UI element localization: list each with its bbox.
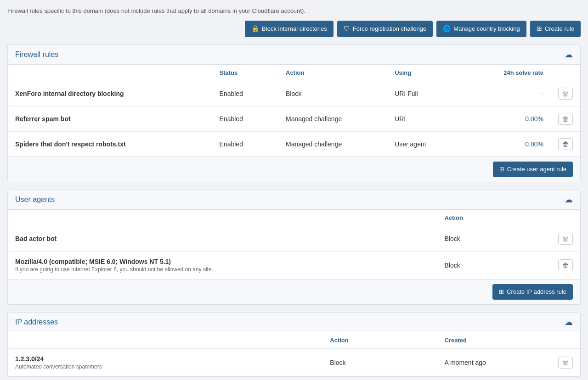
col-action-header: Action: [278, 65, 387, 81]
ua-delete-button[interactable]: 🗑: [558, 259, 573, 271]
ua-rule-action: Block: [437, 226, 540, 251]
ip-addresses-card: IP addresses ☁ Action Created 1.2.3.0/24…: [7, 312, 581, 377]
user-agents-header: User agents ☁: [8, 190, 580, 210]
firewall-rule-using: URI Full: [387, 81, 495, 106]
plus-icon: ⊞: [537, 24, 542, 34]
col-ip-action-header: Action: [322, 332, 437, 349]
firewall-rule-name: Spiders that don't respect robots.txt: [15, 140, 126, 148]
ip-addresses-header: IP addresses ☁: [8, 313, 580, 332]
ua-rule-row: Mozilla/4.0 (compatible; MSIE 6.0; Windo…: [8, 251, 580, 279]
col-ip-name-header: [8, 332, 322, 349]
ip-addresses-title: IP addresses: [15, 318, 58, 326]
create-user-agent-rule-label: Create user agent rule: [507, 165, 566, 173]
toolbar: 🔒 Block internal directories 🛡 Force reg…: [7, 21, 581, 37]
ip-rule-created: A moment ago: [437, 348, 540, 376]
ip-rule-row: 1.2.3.0/24 Automated conversation spamme…: [8, 348, 580, 376]
firewall-rule-action: Block: [278, 81, 387, 106]
force-registration-button[interactable]: 🛡 Force registration challenge: [337, 21, 433, 37]
block-internal-button[interactable]: 🔒 Block internal directories: [245, 21, 334, 37]
ua-delete-button[interactable]: 🗑: [558, 233, 573, 245]
globe-icon: 🌐: [443, 24, 451, 34]
plus-icon-ua: ⊞: [499, 165, 504, 173]
firewall-rule-action: Managed challenge: [278, 106, 387, 131]
ua-rule-name: Mozilla/4.0 (compatible; MSIE 6.0; Windo…: [15, 258, 171, 265]
firewall-rule-status: Enabled: [212, 81, 278, 106]
col-using-header: Using: [387, 65, 495, 81]
firewall-rule-using: URI: [387, 106, 495, 131]
firewall-cloud-icon: ☁: [565, 50, 573, 60]
user-agents-card: User agents ☁ Action Bad actor bot Block…: [7, 190, 581, 305]
firewall-delete-button[interactable]: 🗑: [558, 113, 573, 125]
ip-cloud-icon: ☁: [565, 317, 573, 327]
col-name-header: [8, 65, 212, 81]
col-rate-header: 24h solve rate: [495, 65, 551, 81]
user-agents-title: User agents: [15, 196, 55, 204]
user-agents-table: Action Bad actor bot Block 🗑 Mozilla/4.0…: [8, 210, 580, 279]
ua-rule-sub: If you are going to use Internet Explore…: [15, 266, 430, 273]
firewall-rule-rate: 0.00%: [495, 131, 551, 156]
ip-addresses-table: Action Created 1.2.3.0/24 Automated conv…: [8, 332, 580, 376]
create-ip-rule-label: Create IP address rule: [507, 288, 566, 296]
ip-addresses-header-row: Action Created: [8, 332, 580, 349]
ip-rule-name: 1.2.3.0/24: [15, 355, 44, 363]
col-status-header: Status: [212, 65, 278, 81]
lock-icon: 🔒: [251, 24, 259, 34]
manage-country-label: Manage country blocking: [453, 25, 520, 33]
firewall-rule-name: Referrer spam bot: [15, 115, 71, 123]
firewall-rule-row: Referrer spam bot Enabled Managed challe…: [8, 106, 580, 131]
force-registration-label: Force registration challenge: [353, 25, 426, 33]
firewall-rule-row: Spiders that don't respect robots.txt En…: [8, 131, 580, 156]
firewall-rule-rate: 0.00%: [495, 106, 551, 131]
col-ua-name-header: [8, 210, 437, 226]
firewall-rule-using: User agent: [387, 131, 495, 156]
ua-cloud-icon: ☁: [565, 195, 573, 205]
firewall-rule-rate: -: [495, 81, 551, 106]
firewall-delete-button[interactable]: 🗑: [558, 88, 573, 100]
firewall-rules-header-row: Status Action Using 24h solve rate: [8, 65, 580, 81]
shield-icon: 🛡: [344, 24, 350, 34]
create-user-agent-rule-button[interactable]: ⊞ Create user agent rule: [493, 162, 573, 177]
firewall-rule-name: XenForo internal directory blocking: [15, 90, 124, 97]
firewall-rule-action: Managed challenge: [278, 131, 387, 156]
firewall-rules-title: Firewall rules: [15, 50, 58, 59]
ua-rule-row: Bad actor bot Block 🗑: [8, 226, 580, 251]
firewall-rule-status: Enabled: [212, 106, 278, 131]
firewall-rules-card: Firewall rules ☁ Status Action Using 24h…: [7, 45, 581, 182]
ua-rule-action: Block: [437, 251, 540, 279]
firewall-delete-button[interactable]: 🗑: [558, 138, 573, 150]
ua-rule-name: Bad actor bot: [15, 235, 57, 242]
user-agents-footer: ⊞ Create IP address rule: [8, 279, 580, 304]
firewall-rules-header: Firewall rules ☁: [8, 45, 580, 65]
page-description: Firewall rules specific to this domain (…: [7, 7, 581, 14]
manage-country-button[interactable]: 🌐 Manage country blocking: [436, 21, 526, 37]
firewall-rule-row: XenForo internal directory blocking Enab…: [8, 81, 580, 106]
ip-rule-action: Block: [322, 348, 437, 376]
user-agents-header-row: Action: [8, 210, 580, 226]
firewall-rule-status: Enabled: [212, 131, 278, 156]
firewall-rules-table: Status Action Using 24h solve rate XenFo…: [8, 65, 580, 156]
col-ua-action-header: Action: [437, 210, 540, 226]
create-rule-button[interactable]: ⊞ Create rule: [530, 21, 581, 37]
col-ip-created-header: Created: [437, 332, 540, 349]
create-ip-rule-button[interactable]: ⊞ Create IP address rule: [492, 284, 573, 300]
firewall-rules-footer: ⊞ Create user agent rule: [8, 156, 580, 182]
create-rule-label: Create rule: [545, 25, 574, 33]
plus-icon-ip: ⊞: [499, 288, 504, 296]
ip-rule-sub: Automated conversation spammers: [15, 363, 315, 370]
ip-delete-button[interactable]: 🗑: [558, 357, 573, 369]
block-internal-label: Block internal directories: [262, 25, 327, 33]
